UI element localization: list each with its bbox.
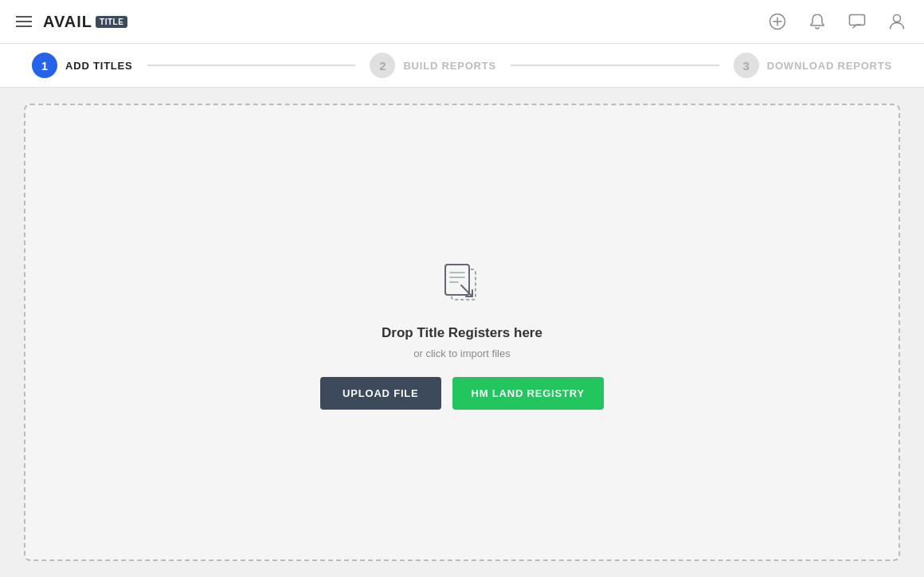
header-left: AVAIL TITLE bbox=[16, 13, 127, 31]
menu-button[interactable] bbox=[16, 16, 32, 27]
drop-zone-subtitle: or click to import files bbox=[413, 347, 510, 359]
step-3-circle: 3 bbox=[734, 53, 759, 78]
step-2: 2 BUILD REPORTS bbox=[370, 53, 496, 78]
step-1: 1 ADD TITLES bbox=[32, 53, 133, 78]
logo-title-badge: TITLE bbox=[96, 16, 127, 28]
main-content: Drop Title Registers here or click to im… bbox=[0, 88, 924, 577]
header: AVAIL TITLE bbox=[0, 0, 924, 44]
drop-zone[interactable]: Drop Title Registers here or click to im… bbox=[24, 104, 900, 561]
user-icon[interactable] bbox=[886, 10, 908, 33]
step-connector-2 bbox=[511, 65, 719, 66]
step-1-circle: 1 bbox=[32, 53, 57, 78]
step-connector-1 bbox=[147, 65, 356, 66]
header-right bbox=[766, 10, 908, 33]
hm-land-registry-button[interactable]: HM LAND REGISTRY bbox=[452, 377, 604, 410]
drop-zone-title: Drop Title Registers here bbox=[382, 325, 542, 341]
svg-rect-3 bbox=[850, 15, 865, 26]
bell-icon[interactable] bbox=[806, 10, 828, 33]
logo: AVAIL TITLE bbox=[43, 13, 127, 31]
drop-zone-actions: UPLOAD FILE HM LAND REGISTRY bbox=[320, 377, 604, 410]
step-1-label: ADD TITLES bbox=[65, 60, 133, 72]
step-3-label: DOWNLOAD REPORTS bbox=[767, 60, 892, 72]
upload-file-button[interactable]: UPLOAD FILE bbox=[320, 377, 440, 410]
logo-avail-text: AVAIL bbox=[43, 13, 92, 31]
add-icon[interactable] bbox=[766, 10, 789, 33]
step-3: 3 DOWNLOAD REPORTS bbox=[734, 53, 892, 78]
stepper: 1 ADD TITLES 2 BUILD REPORTS 3 DOWNLOAD … bbox=[0, 44, 924, 88]
drop-zone-icon bbox=[434, 255, 490, 311]
step-2-circle: 2 bbox=[370, 53, 395, 78]
step-2-label: BUILD REPORTS bbox=[403, 60, 496, 72]
svg-point-4 bbox=[894, 15, 901, 22]
chat-icon[interactable] bbox=[846, 10, 868, 33]
